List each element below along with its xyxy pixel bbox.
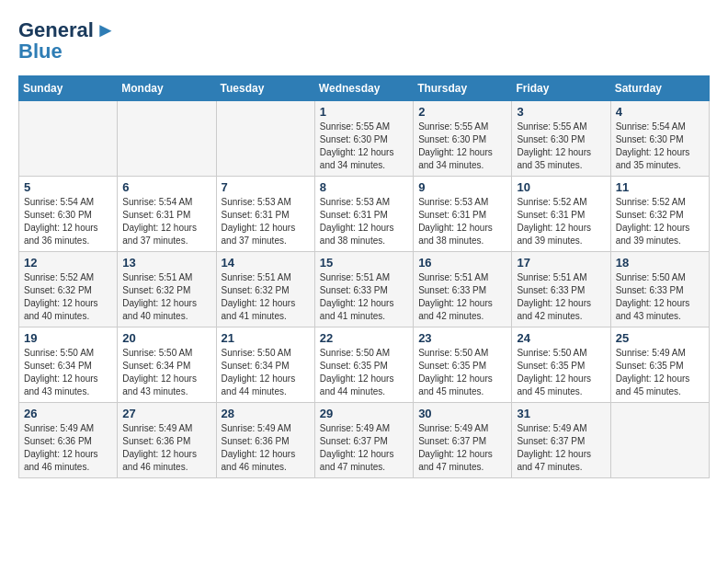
day-cell: 21Sunrise: 5:50 AMSunset: 6:34 PMDayligh… xyxy=(216,327,314,402)
day-info: Sunrise: 5:53 AMSunset: 6:31 PMDaylight:… xyxy=(418,196,506,247)
day-cell: 14Sunrise: 5:51 AMSunset: 6:32 PMDayligh… xyxy=(216,251,314,327)
day-number: 18 xyxy=(616,256,704,270)
day-number: 22 xyxy=(320,331,408,345)
day-number: 27 xyxy=(122,407,210,420)
day-number: 15 xyxy=(320,256,408,270)
day-cell xyxy=(19,100,118,176)
day-cell xyxy=(118,100,216,176)
day-info: Sunrise: 5:49 AMSunset: 6:35 PMDaylight:… xyxy=(616,347,704,398)
logo: General ► Blue xyxy=(18,18,116,61)
day-info: Sunrise: 5:51 AMSunset: 6:33 PMDaylight:… xyxy=(418,271,506,323)
day-info: Sunrise: 5:52 AMSunset: 6:32 PMDaylight:… xyxy=(24,271,112,323)
day-info: Sunrise: 5:50 AMSunset: 6:34 PMDaylight:… xyxy=(222,347,310,398)
day-info: Sunrise: 5:49 AMSunset: 6:36 PMDaylight:… xyxy=(222,422,310,474)
day-cell: 25Sunrise: 5:49 AMSunset: 6:35 PMDayligh… xyxy=(610,327,709,402)
day-info: Sunrise: 5:50 AMSunset: 6:34 PMDaylight:… xyxy=(24,347,112,398)
logo-blue: Blue xyxy=(18,42,63,61)
day-cell: 31Sunrise: 5:49 AMSunset: 6:37 PMDayligh… xyxy=(512,402,610,477)
day-number: 5 xyxy=(24,180,112,194)
week-row-5: 26Sunrise: 5:49 AMSunset: 6:36 PMDayligh… xyxy=(19,402,710,477)
day-header-thursday: Thursday xyxy=(414,75,512,100)
day-cell: 9Sunrise: 5:53 AMSunset: 6:31 PMDaylight… xyxy=(414,176,512,251)
day-info: Sunrise: 5:55 AMSunset: 6:30 PMDaylight:… xyxy=(517,121,605,172)
day-info: Sunrise: 5:50 AMSunset: 6:34 PMDaylight:… xyxy=(122,347,210,398)
day-number: 12 xyxy=(24,256,112,270)
day-header-monday: Monday xyxy=(118,75,216,100)
day-number: 28 xyxy=(222,407,310,420)
day-cell: 20Sunrise: 5:50 AMSunset: 6:34 PMDayligh… xyxy=(118,327,216,402)
day-number: 23 xyxy=(418,331,506,345)
day-cell: 7Sunrise: 5:53 AMSunset: 6:31 PMDaylight… xyxy=(216,176,314,251)
day-number: 31 xyxy=(517,407,605,420)
day-cell xyxy=(610,402,709,477)
day-info: Sunrise: 5:49 AMSunset: 6:37 PMDaylight:… xyxy=(320,422,408,474)
day-number: 26 xyxy=(24,407,112,420)
day-number: 21 xyxy=(222,331,310,345)
day-cell: 10Sunrise: 5:52 AMSunset: 6:31 PMDayligh… xyxy=(512,176,610,251)
day-cell: 24Sunrise: 5:50 AMSunset: 6:35 PMDayligh… xyxy=(512,327,610,402)
day-info: Sunrise: 5:53 AMSunset: 6:31 PMDaylight:… xyxy=(320,196,408,247)
day-info: Sunrise: 5:53 AMSunset: 6:31 PMDaylight:… xyxy=(222,196,310,247)
day-info: Sunrise: 5:51 AMSunset: 6:32 PMDaylight:… xyxy=(122,271,210,323)
day-info: Sunrise: 5:52 AMSunset: 6:32 PMDaylight:… xyxy=(616,196,704,247)
day-header-saturday: Saturday xyxy=(610,75,709,100)
day-cell: 13Sunrise: 5:51 AMSunset: 6:32 PMDayligh… xyxy=(118,251,216,327)
day-header-wednesday: Wednesday xyxy=(314,75,413,100)
day-header-tuesday: Tuesday xyxy=(216,75,314,100)
day-number: 7 xyxy=(222,180,310,194)
day-info: Sunrise: 5:49 AMSunset: 6:37 PMDaylight:… xyxy=(517,422,605,474)
day-info: Sunrise: 5:51 AMSunset: 6:33 PMDaylight:… xyxy=(517,271,605,323)
day-cell: 30Sunrise: 5:49 AMSunset: 6:37 PMDayligh… xyxy=(414,402,512,477)
day-number: 20 xyxy=(122,331,210,345)
day-cell: 12Sunrise: 5:52 AMSunset: 6:32 PMDayligh… xyxy=(19,251,118,327)
day-cell: 2Sunrise: 5:55 AMSunset: 6:30 PMDaylight… xyxy=(414,100,512,176)
day-number: 1 xyxy=(320,105,408,119)
day-cell: 8Sunrise: 5:53 AMSunset: 6:31 PMDaylight… xyxy=(314,176,413,251)
day-info: Sunrise: 5:50 AMSunset: 6:35 PMDaylight:… xyxy=(418,347,506,398)
day-number: 19 xyxy=(24,331,112,345)
logo-bird-icon: ► xyxy=(96,18,116,42)
day-cell: 4Sunrise: 5:54 AMSunset: 6:30 PMDaylight… xyxy=(610,100,709,176)
days-header-row: SundayMondayTuesdayWednesdayThursdayFrid… xyxy=(19,75,710,100)
day-number: 10 xyxy=(517,180,605,194)
day-info: Sunrise: 5:49 AMSunset: 6:37 PMDaylight:… xyxy=(418,422,506,474)
day-info: Sunrise: 5:49 AMSunset: 6:36 PMDaylight:… xyxy=(122,422,210,474)
day-cell: 16Sunrise: 5:51 AMSunset: 6:33 PMDayligh… xyxy=(414,251,512,327)
day-cell: 1Sunrise: 5:55 AMSunset: 6:30 PMDaylight… xyxy=(314,100,413,176)
day-cell: 27Sunrise: 5:49 AMSunset: 6:36 PMDayligh… xyxy=(118,402,216,477)
day-cell: 3Sunrise: 5:55 AMSunset: 6:30 PMDaylight… xyxy=(512,100,610,176)
day-number: 13 xyxy=(122,256,210,270)
day-info: Sunrise: 5:55 AMSunset: 6:30 PMDaylight:… xyxy=(418,121,506,172)
day-cell: 29Sunrise: 5:49 AMSunset: 6:37 PMDayligh… xyxy=(314,402,413,477)
week-row-1: 1Sunrise: 5:55 AMSunset: 6:30 PMDaylight… xyxy=(19,100,710,176)
day-cell: 23Sunrise: 5:50 AMSunset: 6:35 PMDayligh… xyxy=(414,327,512,402)
day-cell: 15Sunrise: 5:51 AMSunset: 6:33 PMDayligh… xyxy=(314,251,413,327)
day-cell: 26Sunrise: 5:49 AMSunset: 6:36 PMDayligh… xyxy=(19,402,118,477)
day-number: 8 xyxy=(320,180,408,194)
week-row-3: 12Sunrise: 5:52 AMSunset: 6:32 PMDayligh… xyxy=(19,251,710,327)
day-cell: 22Sunrise: 5:50 AMSunset: 6:35 PMDayligh… xyxy=(314,327,413,402)
day-info: Sunrise: 5:51 AMSunset: 6:33 PMDaylight:… xyxy=(320,271,408,323)
day-info: Sunrise: 5:50 AMSunset: 6:33 PMDaylight:… xyxy=(616,271,704,323)
day-cell: 19Sunrise: 5:50 AMSunset: 6:34 PMDayligh… xyxy=(19,327,118,402)
day-cell xyxy=(216,100,314,176)
week-row-4: 19Sunrise: 5:50 AMSunset: 6:34 PMDayligh… xyxy=(19,327,710,402)
day-info: Sunrise: 5:54 AMSunset: 6:30 PMDaylight:… xyxy=(616,121,704,172)
week-row-2: 5Sunrise: 5:54 AMSunset: 6:30 PMDaylight… xyxy=(19,176,710,251)
day-number: 9 xyxy=(418,180,506,194)
day-info: Sunrise: 5:52 AMSunset: 6:31 PMDaylight:… xyxy=(517,196,605,247)
day-cell: 18Sunrise: 5:50 AMSunset: 6:33 PMDayligh… xyxy=(610,251,709,327)
day-info: Sunrise: 5:50 AMSunset: 6:35 PMDaylight:… xyxy=(320,347,408,398)
day-number: 17 xyxy=(517,256,605,270)
day-number: 30 xyxy=(418,407,506,420)
day-number: 3 xyxy=(517,105,605,119)
day-info: Sunrise: 5:49 AMSunset: 6:36 PMDaylight:… xyxy=(24,422,112,474)
day-info: Sunrise: 5:54 AMSunset: 6:31 PMDaylight:… xyxy=(122,196,210,247)
day-header-sunday: Sunday xyxy=(19,75,118,100)
day-info: Sunrise: 5:51 AMSunset: 6:32 PMDaylight:… xyxy=(222,271,310,323)
day-header-friday: Friday xyxy=(512,75,610,100)
day-cell: 5Sunrise: 5:54 AMSunset: 6:30 PMDaylight… xyxy=(19,176,118,251)
calendar-table: SundayMondayTuesdayWednesdayThursdayFrid… xyxy=(18,75,710,478)
day-number: 2 xyxy=(418,105,506,119)
day-number: 29 xyxy=(320,407,408,420)
